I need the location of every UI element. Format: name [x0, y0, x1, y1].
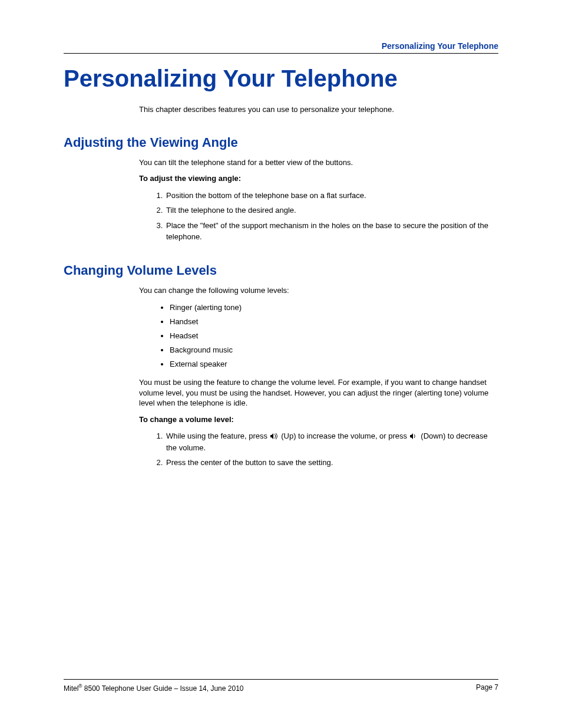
chapter-title: Personalizing Your Telephone [64, 65, 498, 92]
bullet-item: Handset [170, 316, 498, 328]
bullet-item: Headset [170, 330, 498, 342]
section-body-volume: You can change the following volume leve… [139, 285, 498, 469]
footer-left: Mitel® 8500 Telephone User Guide – Issue… [64, 683, 244, 693]
bullet-item: External speaker [170, 358, 498, 370]
volume-up-icon [270, 431, 279, 439]
running-head: Personalizing Your Telephone [64, 41, 498, 54]
page-footer: Mitel® 8500 Telephone User Guide – Issue… [64, 679, 498, 693]
section-heading-viewing-angle: Adjusting the Viewing Angle [64, 135, 498, 150]
footer-brand: Mitel [64, 684, 78, 693]
lead-text: You can change the following volume leve… [139, 285, 498, 296]
section-body-viewing-angle: You can tilt the telephone stand for a b… [139, 157, 498, 243]
step-text: While using the feature, press [166, 431, 270, 440]
volume-down-icon [410, 431, 418, 439]
subhead: To adjust the viewing angle: [139, 173, 498, 184]
bullet-list: Ringer (alerting tone) Handset Headset B… [139, 302, 498, 371]
section-heading-volume: Changing Volume Levels [64, 263, 498, 278]
bullet-item: Ringer (alerting tone) [170, 302, 498, 314]
lead-text: You can tilt the telephone stand for a b… [139, 157, 498, 168]
step-item: Position the bottom of the telephone bas… [165, 190, 498, 202]
step-item: Tilt the telephone to the desired angle. [165, 205, 498, 216]
footer-doc-info: 8500 Telephone User Guide – Issue 14, Ju… [82, 684, 244, 693]
footer-page-number: Page 7 [476, 683, 498, 693]
step-item: While using the feature, press (Up) to i… [165, 430, 498, 453]
steps-list: While using the feature, press (Up) to i… [139, 430, 498, 469]
step-text: (Up) to increase the volume, or press [281, 431, 409, 440]
subhead: To change a volume level: [139, 414, 498, 425]
chapter-intro: This chapter describes features you can … [139, 105, 498, 115]
page: Personalizing Your Telephone Personalizi… [0, 0, 562, 728]
note-text: You must be using the feature to change … [139, 377, 498, 409]
bullet-item: Background music [170, 344, 498, 356]
step-item: Press the center of the button to save t… [165, 457, 498, 469]
steps-list: Position the bottom of the telephone bas… [139, 190, 498, 243]
step-item: Place the "feet" of the support mechanis… [165, 220, 498, 243]
